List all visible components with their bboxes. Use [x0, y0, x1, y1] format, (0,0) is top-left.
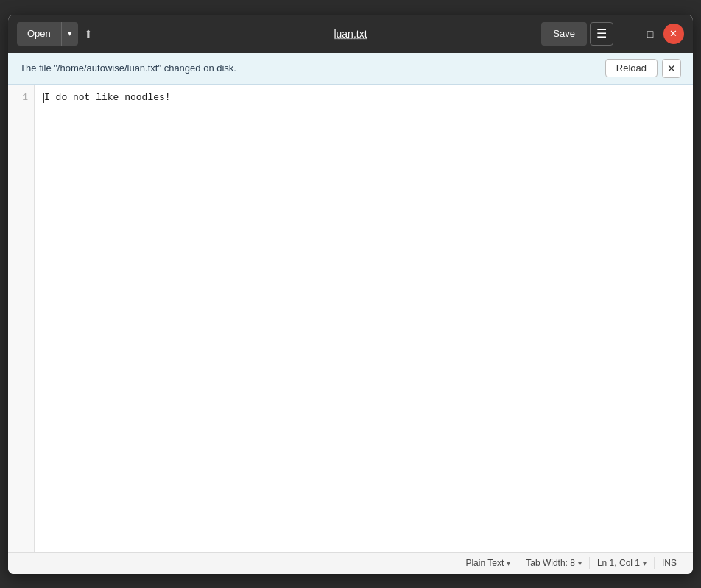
- open-button[interactable]: Open: [17, 22, 61, 46]
- maximize-button[interactable]: □: [640, 24, 661, 44]
- main-window: Open ▾ ⬆ luan.txt Save ☰ — □ ✕ The file …: [8, 15, 693, 574]
- notification-message: The file "/home/autowise/luan.txt" chang…: [20, 63, 605, 74]
- line-numbers: 1: [8, 85, 35, 552]
- language-chevron-icon: ▾: [507, 559, 510, 567]
- open-button-group: Open ▾ ⬆: [17, 22, 99, 46]
- editor-content[interactable]: I do not like noodles!: [35, 85, 693, 552]
- tab-width-label: Tab Width: 8: [526, 558, 575, 568]
- tab-width-selector[interactable]: Tab Width: 8 ▾: [518, 553, 589, 574]
- cursor-position-label: Ln 1, Col 1: [597, 558, 640, 568]
- statusbar: Plain Text ▾ Tab Width: 8 ▾ Ln 1, Col 1 …: [8, 552, 693, 574]
- hamburger-button[interactable]: ☰: [590, 22, 613, 46]
- chevron-down-icon: ▾: [68, 29, 72, 38]
- dismiss-notification-button[interactable]: ✕: [662, 59, 681, 78]
- language-label: Plain Text: [465, 558, 504, 568]
- notification-bar: The file "/home/autowise/luan.txt" chang…: [8, 53, 693, 85]
- insert-mode-badge: INS: [655, 558, 684, 568]
- window-title: luan.txt: [334, 28, 367, 40]
- editor-line-1: I do not like noodles!: [43, 92, 171, 103]
- pin-icon[interactable]: ⬆: [78, 28, 99, 40]
- line-number-1: 1: [15, 91, 28, 105]
- window-controls: Save ☰ — □ ✕: [541, 22, 684, 46]
- open-dropdown-button[interactable]: ▾: [61, 22, 78, 46]
- cursor-position-selector[interactable]: Ln 1, Col 1 ▾: [590, 553, 654, 574]
- tab-width-chevron-icon: ▾: [578, 559, 582, 567]
- editor-container: 1 I do not like noodles!: [8, 85, 693, 552]
- close-button[interactable]: ✕: [663, 24, 684, 44]
- titlebar: Open ▾ ⬆ luan.txt Save ☰ — □ ✕: [8, 15, 693, 53]
- minimize-button[interactable]: —: [616, 24, 637, 44]
- save-button[interactable]: Save: [541, 22, 587, 46]
- cursor-position-chevron-icon: ▾: [643, 559, 647, 567]
- language-selector[interactable]: Plain Text ▾: [458, 553, 518, 574]
- reload-button[interactable]: Reload: [605, 59, 658, 77]
- notification-actions: Reload ✕: [605, 59, 681, 78]
